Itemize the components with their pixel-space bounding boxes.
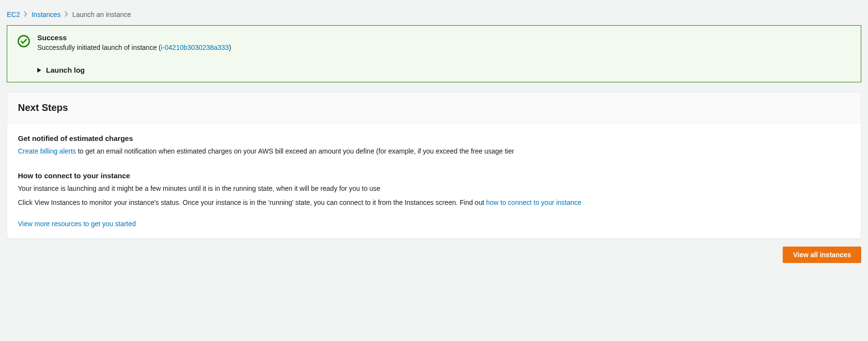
panel-body: Get notified of estimated charges Create… xyxy=(7,124,861,238)
alert-body: Success Successfully initiated launch of… xyxy=(37,33,851,74)
next-steps-panel: Next Steps Get notified of estimated cha… xyxy=(7,92,861,239)
chevron-right-icon xyxy=(24,11,28,18)
chevron-right-icon xyxy=(64,11,68,18)
success-alert: Success Successfully initiated launch of… xyxy=(7,25,861,82)
next-steps-heading: Next Steps xyxy=(18,102,850,113)
breadcrumb-instances[interactable]: Instances xyxy=(31,11,61,18)
how-to-connect-link[interactable]: how to connect to your instance xyxy=(486,199,581,206)
check-circle-icon xyxy=(17,34,31,48)
billing-rest-text: to get an email notification when estima… xyxy=(76,147,514,155)
footer-actions: View all instances xyxy=(7,247,861,263)
breadcrumb-ec2[interactable]: EC2 xyxy=(7,11,20,18)
view-more-resources-link[interactable]: View more resources to get you started xyxy=(18,220,136,228)
billing-text: Create billing alerts to get an email no… xyxy=(18,146,850,157)
view-all-instances-button[interactable]: View all instances xyxy=(783,247,861,263)
breadcrumb-current: Launch an instance xyxy=(72,11,131,18)
alert-title: Success xyxy=(37,33,851,42)
create-billing-alerts-link[interactable]: Create billing alerts xyxy=(18,147,76,155)
alert-message: Successfully initiated launch of instanc… xyxy=(37,44,851,51)
panel-header: Next Steps xyxy=(7,93,861,124)
connect-title: How to connect to your instance xyxy=(18,171,850,180)
alert-msg-suffix: ) xyxy=(229,44,231,51)
billing-title: Get notified of estimated charges xyxy=(18,134,850,142)
svg-point-0 xyxy=(18,36,30,47)
breadcrumb: EC2 Instances Launch an instance xyxy=(4,4,864,25)
connect-p2-prefix: Click View Instances to monitor your ins… xyxy=(18,199,486,206)
connect-p1: Your instance is launching and it might … xyxy=(18,184,850,194)
connect-p2: Click View Instances to monitor your ins… xyxy=(18,198,850,208)
connect-section: How to connect to your instance Your ins… xyxy=(18,171,850,228)
alert-msg-prefix: Successfully initiated launch of instanc… xyxy=(37,44,161,51)
launch-log-toggle[interactable]: Launch log xyxy=(37,66,851,74)
caret-right-icon xyxy=(37,68,41,73)
billing-section: Get notified of estimated charges Create… xyxy=(18,134,850,157)
launch-log-label: Launch log xyxy=(46,66,85,74)
instance-id-link[interactable]: i-04210b3030238a333 xyxy=(161,44,229,51)
